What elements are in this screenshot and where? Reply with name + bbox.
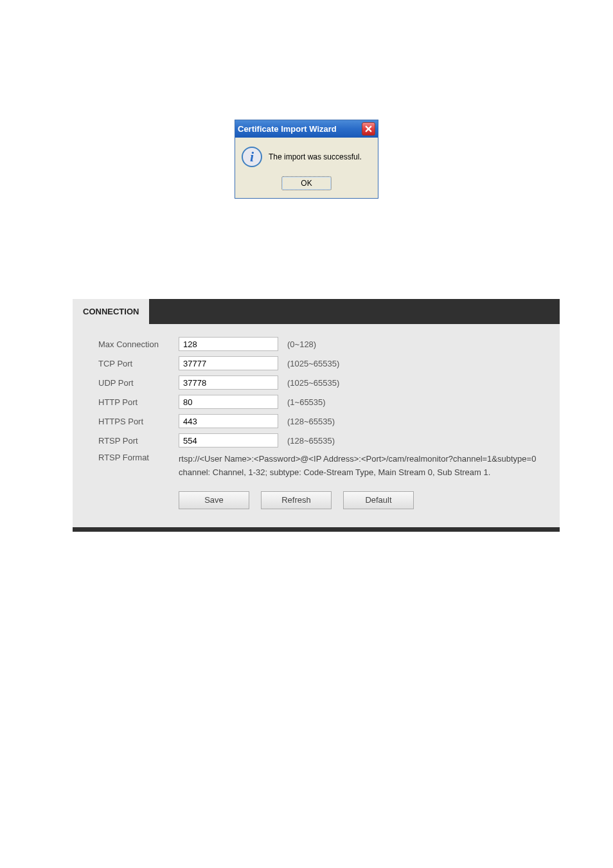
- dialog-button-row: OK: [235, 172, 378, 198]
- hint-rtsp-port: (128~65535): [287, 436, 335, 446]
- rtsp-format-line2: channel: Channel, 1-32; subtype: Code-St…: [179, 466, 540, 480]
- refresh-button[interactable]: Refresh: [261, 491, 332, 509]
- label-tcp-port: TCP Port: [98, 359, 179, 368]
- panel-body: Max Connection (0~128) TCP Port (1025~65…: [73, 324, 560, 527]
- hint-udp-port: (1025~65535): [287, 378, 339, 388]
- hint-https-port: (128~65535): [287, 417, 335, 426]
- hint-http-port: (1~65535): [287, 397, 326, 407]
- rtsp-format-text: rtsp://<User Name>:<Password>@<IP Addres…: [179, 453, 540, 480]
- label-rtsp-format: RTSP Format: [98, 453, 179, 480]
- hint-max-connection: (0~128): [287, 339, 316, 349]
- rtsp-format-line1: rtsp://<User Name>:<Password>@<IP Addres…: [179, 453, 540, 466]
- dialog-body: i The import was successful.: [235, 138, 378, 172]
- row-rtsp-format: RTSP Format rtsp://<User Name>:<Password…: [98, 453, 540, 480]
- panel-footer-bar: [73, 527, 560, 532]
- row-udp-port: UDP Port (1025~65535): [98, 375, 540, 390]
- label-max-connection: Max Connection: [98, 339, 179, 349]
- input-max-connection[interactable]: [179, 337, 278, 351]
- dialog-title: Certificate Import Wizard: [238, 124, 337, 134]
- dialog-titlebar: Certificate Import Wizard: [235, 120, 378, 138]
- tab-connection[interactable]: CONNECTION: [73, 299, 149, 324]
- info-icon: i: [242, 147, 262, 167]
- label-https-port: HTTPS Port: [98, 417, 179, 426]
- row-http-port: HTTP Port (1~65535): [98, 395, 540, 409]
- panel-header: CONNECTION: [73, 299, 560, 324]
- import-success-dialog: Certificate Import Wizard i The import w…: [235, 120, 378, 199]
- input-http-port[interactable]: [179, 395, 278, 409]
- dialog-message: The import was successful.: [269, 152, 362, 161]
- input-tcp-port[interactable]: [179, 356, 278, 370]
- label-http-port: HTTP Port: [98, 397, 179, 407]
- save-button[interactable]: Save: [179, 491, 249, 509]
- input-https-port[interactable]: [179, 414, 278, 428]
- hint-tcp-port: (1025~65535): [287, 359, 339, 368]
- connection-panel: CONNECTION Max Connection (0~128) TCP Po…: [73, 299, 560, 532]
- dialog-window: Certificate Import Wizard i The import w…: [235, 120, 378, 199]
- row-rtsp-port: RTSP Port (128~65535): [98, 433, 540, 448]
- panel-button-row: Save Refresh Default: [179, 491, 540, 509]
- row-tcp-port: TCP Port (1025~65535): [98, 356, 540, 370]
- input-udp-port[interactable]: [179, 375, 278, 390]
- ok-button[interactable]: OK: [281, 176, 332, 190]
- input-rtsp-port[interactable]: [179, 433, 278, 448]
- close-icon[interactable]: [362, 122, 375, 136]
- default-button[interactable]: Default: [343, 491, 414, 509]
- label-rtsp-port: RTSP Port: [98, 436, 179, 446]
- row-https-port: HTTPS Port (128~65535): [98, 414, 540, 428]
- label-udp-port: UDP Port: [98, 378, 179, 388]
- row-max-connection: Max Connection (0~128): [98, 337, 540, 351]
